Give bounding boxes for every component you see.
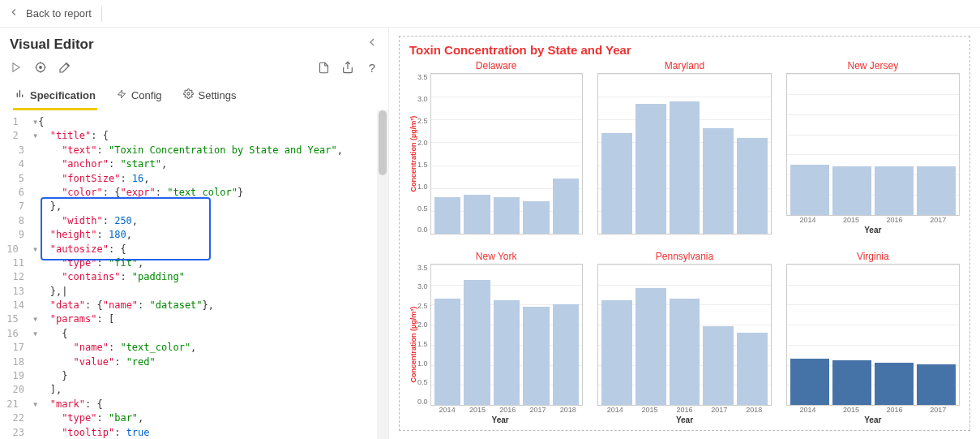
facet-title: Virginia (786, 251, 960, 262)
bar[interactable] (523, 201, 550, 233)
bar[interactable] (494, 300, 520, 405)
bar[interactable] (553, 179, 580, 233)
x-ticks: 2014201520162017 (786, 216, 960, 224)
bar[interactable] (790, 359, 829, 405)
bar[interactable] (434, 299, 461, 405)
x-axis-label: Year (417, 415, 583, 424)
bar[interactable] (832, 166, 871, 214)
facet-virginia: Virginia2014201520162017Year (786, 251, 960, 425)
bar[interactable] (737, 138, 768, 234)
bar[interactable] (636, 288, 666, 405)
run-icon[interactable] (10, 61, 23, 74)
x-ticks: 20142015201620172018 (597, 406, 771, 414)
vertical-divider (101, 6, 102, 22)
plot-area (786, 264, 960, 407)
facet-new-jersey: New Jersey2014201520162017Year (786, 60, 960, 235)
svg-point-2 (40, 67, 42, 69)
bar[interactable] (636, 104, 666, 234)
back-to-report-link[interactable]: Back to report (8, 6, 92, 20)
bar[interactable] (737, 333, 768, 405)
chevron-left-icon (8, 6, 19, 20)
export-icon[interactable] (341, 61, 354, 74)
help-icon[interactable]: ? (366, 61, 379, 74)
y-ticks: 0.00.51.01.52.02.53.03.5 (417, 73, 430, 235)
bar[interactable] (434, 197, 461, 234)
bar[interactable] (917, 364, 956, 405)
svg-point-8 (186, 93, 189, 95)
bar[interactable] (917, 166, 956, 214)
y-axis-label: Concentration (µg/m³) (409, 264, 417, 425)
bar[interactable] (494, 197, 520, 234)
bar[interactable] (703, 326, 734, 405)
bar[interactable] (875, 166, 914, 214)
chart-title: Toxin Concentration by State and Year (409, 43, 960, 57)
lightning-icon (117, 89, 126, 101)
facet-title: Delaware (409, 60, 583, 71)
new-file-icon[interactable] (317, 61, 330, 74)
back-label: Back to report (26, 7, 92, 19)
x-ticks: 2014201520162017 (786, 406, 960, 414)
bar[interactable] (553, 304, 580, 405)
panel-title: Visual Editor (10, 37, 94, 53)
facet-title: New Jersey (786, 60, 960, 71)
facet-title: Maryland (597, 60, 771, 71)
editor-scrollbar[interactable] (377, 110, 388, 439)
x-ticks: 20142015201620172018 (432, 406, 583, 414)
bar[interactable] (875, 363, 914, 405)
y-axis-label: Concentration (µg/m³) (409, 73, 417, 235)
svg-marker-7 (118, 90, 125, 98)
x-axis-label: Year (786, 415, 960, 424)
target-icon[interactable] (34, 61, 47, 74)
plot-area (597, 73, 771, 235)
bar[interactable] (670, 299, 700, 405)
plot-area (430, 73, 584, 235)
bar[interactable] (703, 128, 734, 233)
bar[interactable] (670, 101, 700, 234)
facet-delaware: DelawareConcentration (µg/m³)0.00.51.01.… (409, 60, 583, 235)
bar[interactable] (601, 300, 632, 405)
plot-area (597, 264, 771, 407)
facet-title: Pennsylvania (597, 251, 771, 262)
x-axis-label: Year (597, 415, 771, 424)
json-editor[interactable]: 1 ▾{2 ▾ "title": {3 "text": "Toxin Conce… (0, 110, 388, 439)
visual-preview: Toxin Concentration by State and Year De… (399, 36, 970, 431)
gear-icon (183, 88, 194, 101)
plot-area (786, 73, 960, 216)
collapse-chevron-icon[interactable] (366, 36, 379, 53)
bar[interactable] (464, 280, 490, 405)
facet-pennsylvania: Pennsylvania20142015201620172018Year (597, 251, 771, 425)
bar[interactable] (601, 133, 632, 234)
svg-marker-0 (13, 63, 19, 72)
tab-specification[interactable]: Specification (13, 84, 97, 110)
x-axis-label: Year (786, 226, 960, 235)
facet-title: New York (409, 251, 583, 262)
plot-area (430, 264, 584, 407)
y-ticks: 0.00.51.01.52.02.53.03.5 (417, 264, 430, 407)
bar[interactable] (790, 165, 829, 215)
bar[interactable] (832, 360, 871, 405)
tab-config[interactable]: Config (115, 84, 164, 110)
facet-new-york: New YorkConcentration (µg/m³)0.00.51.01.… (409, 251, 583, 425)
bar[interactable] (464, 195, 490, 234)
tab-settings[interactable]: Settings (182, 84, 238, 110)
wand-icon[interactable] (58, 61, 71, 74)
bar[interactable] (523, 307, 550, 405)
bar-chart-icon (15, 88, 25, 101)
facet-maryland: Maryland (597, 60, 771, 235)
